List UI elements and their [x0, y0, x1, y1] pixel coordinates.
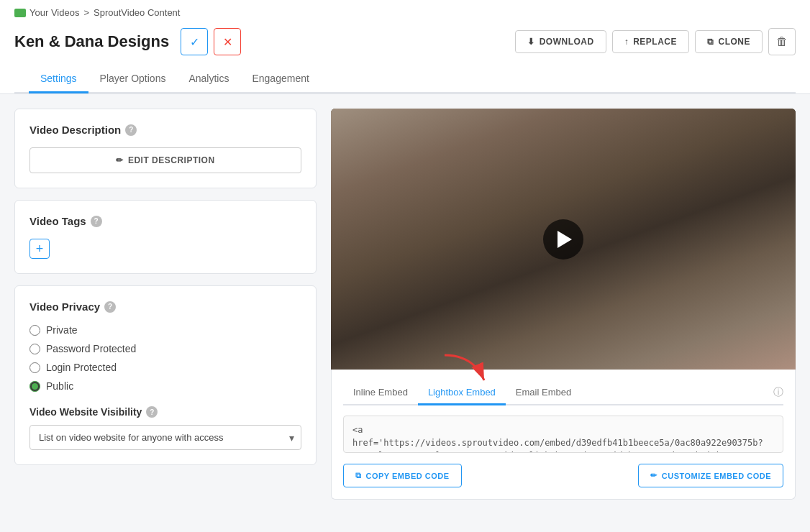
delete-icon: 🗑 — [776, 35, 788, 48]
video-privacy-title: Video Privacy ? — [29, 301, 301, 313]
replace-button[interactable]: ↑ Replace — [612, 30, 689, 53]
clone-button[interactable]: ⧉ Clone — [695, 30, 763, 53]
embed-tabs: Inline Embed Lightbox Embed Email Embed … — [343, 381, 783, 405]
play-icon — [558, 231, 572, 248]
pencil-icon: ✏ — [116, 155, 124, 165]
customize-embed-button[interactable]: ✏ Customize Embed Code — [638, 464, 783, 487]
video-thumbnail[interactable] — [331, 109, 796, 370]
breadcrumb-current[interactable]: SproutVideo Content — [94, 7, 180, 18]
embed-section: Inline Embed Lightbox Embed Email Embed … — [331, 370, 796, 500]
video-tags-title: Video Tags ? — [29, 215, 301, 227]
privacy-public[interactable]: Public — [29, 380, 301, 392]
tab-engagement[interactable]: Engagement — [240, 65, 320, 93]
website-visibility-select[interactable]: List on video website for anyone with ac… — [29, 425, 301, 450]
video-title: Ken & Dana Designs — [14, 32, 169, 51]
video-tags-help-icon[interactable]: ? — [91, 216, 102, 227]
confirm-title-button[interactable]: ✓ — [181, 28, 208, 55]
video-area: Inline Embed Lightbox Embed Email Embed … — [331, 109, 796, 500]
title-row: Ken & Dana Designs ✓ ✕ ⬇ Download ↑ Repl… — [14, 22, 796, 65]
download-icon: ⬇ — [527, 37, 535, 47]
privacy-options: Private Password Protected Login Protect… — [29, 324, 301, 392]
copy-embed-button[interactable]: ⧉ Copy Embed Code — [343, 464, 462, 487]
embed-code-textarea[interactable]: <a href='https://videos.sproutvideo.com/… — [343, 416, 783, 453]
video-privacy-help-icon[interactable]: ? — [104, 301, 116, 313]
video-description-section: Video Description ? ✏ Edit Description — [14, 109, 317, 188]
privacy-password[interactable]: Password Protected — [29, 343, 301, 354]
privacy-public-radio[interactable] — [29, 381, 40, 392]
video-description-title: Video Description ? — [29, 124, 301, 136]
play-button[interactable] — [543, 219, 583, 260]
embed-help-icon[interactable]: ⓘ — [773, 386, 783, 399]
embed-tab-email[interactable]: Email Embed — [506, 381, 581, 405]
edit-description-button[interactable]: ✏ Edit Description — [29, 147, 301, 173]
tab-settings[interactable]: Settings — [29, 65, 88, 93]
folder-icon — [14, 9, 26, 17]
main-tabs: Settings Player Options Analytics Engage… — [14, 65, 796, 93]
privacy-private[interactable]: Private — [29, 324, 301, 336]
left-panel: Video Description ? ✏ Edit Description V… — [14, 109, 317, 500]
video-description-help-icon[interactable]: ? — [125, 124, 137, 136]
video-website-visibility: Video Website Visibility ? List on video… — [29, 406, 301, 450]
breadcrumb: Your Videos > SproutVideo Content — [14, 0, 796, 22]
embed-actions: ⧉ Copy Embed Code ✏ Customize Embed Code — [343, 464, 783, 487]
website-visibility-label: Video Website Visibility ? — [29, 406, 301, 418]
embed-tab-inline[interactable]: Inline Embed — [343, 381, 418, 405]
privacy-login-radio[interactable] — [29, 362, 40, 373]
cancel-title-button[interactable]: ✕ — [214, 28, 241, 55]
tab-analytics[interactable]: Analytics — [177, 65, 240, 93]
main-content: Video Description ? ✏ Edit Description V… — [0, 94, 810, 514]
breadcrumb-root[interactable]: Your Videos — [29, 7, 79, 18]
video-tags-section: Video Tags ? + — [14, 200, 317, 274]
tab-player-options[interactable]: Player Options — [88, 65, 178, 93]
copy-icon: ⧉ — [355, 471, 362, 480]
toolbar-buttons: ⬇ Download ↑ Replace ⧉ Clone 🗑 — [515, 28, 796, 55]
title-input-group: Ken & Dana Designs ✓ ✕ — [14, 28, 241, 55]
website-visibility-dropdown-wrapper: List on video website for anyone with ac… — [29, 425, 301, 450]
website-visibility-help-icon[interactable]: ? — [146, 406, 158, 418]
pencil-icon-embed: ✏ — [650, 471, 657, 480]
right-panel: Inline Embed Lightbox Embed Email Embed … — [331, 109, 796, 500]
folder-icon-container[interactable]: Your Videos — [14, 7, 79, 18]
privacy-login[interactable]: Login Protected — [29, 362, 301, 373]
privacy-password-radio[interactable] — [29, 344, 40, 354]
embed-tab-lightbox[interactable]: Lightbox Embed — [418, 381, 506, 405]
download-button[interactable]: ⬇ Download — [515, 30, 606, 53]
breadcrumb-separator: > — [83, 7, 89, 18]
add-tag-button[interactable]: + — [29, 239, 50, 259]
video-privacy-section: Video Privacy ? Private Password Protect… — [14, 285, 317, 465]
replace-icon: ↑ — [624, 37, 629, 47]
delete-button[interactable]: 🗑 — [768, 28, 796, 55]
privacy-private-radio[interactable] — [29, 325, 40, 336]
clone-icon: ⧉ — [707, 37, 714, 47]
